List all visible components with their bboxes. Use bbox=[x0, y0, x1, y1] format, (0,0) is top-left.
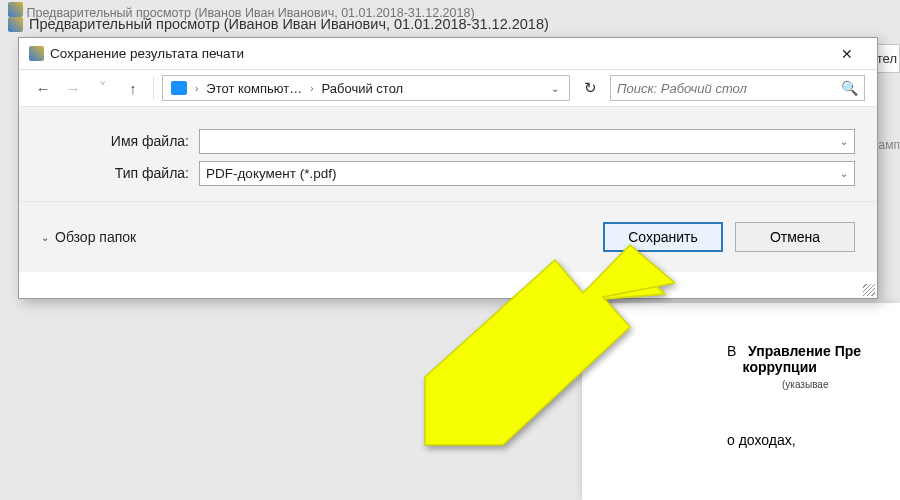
save-label: Сохранить bbox=[628, 229, 698, 245]
dialog-title: Сохранение результата печати bbox=[50, 46, 244, 61]
chevron-right-icon: › bbox=[193, 83, 200, 94]
path-seg-computer[interactable]: Этот компьют… bbox=[202, 79, 306, 98]
bg-window-title-2: Предварительный просмотр (Иванов Иван Ив… bbox=[8, 16, 549, 32]
doc-note: (указывае bbox=[782, 379, 900, 390]
back-button[interactable]: ← bbox=[31, 76, 55, 100]
filename-label: Имя файла: bbox=[41, 133, 189, 149]
document-preview: В Управление Пре коррупции (указывае о д… bbox=[582, 303, 900, 500]
arrow-right-icon: → bbox=[66, 80, 81, 97]
filetype-value: PDF-документ (*.pdf) bbox=[206, 166, 336, 181]
refresh-icon: ↻ bbox=[584, 79, 597, 97]
path-dropdown[interactable]: ⌄ bbox=[545, 83, 565, 94]
chevron-down-icon: ⌄ bbox=[41, 232, 49, 243]
chevron-right-icon: › bbox=[308, 83, 315, 94]
bg-title2-text: Предварительный просмотр (Иванов Иван Ив… bbox=[29, 16, 549, 32]
separator bbox=[153, 77, 154, 99]
doc-heading1: Управление Пре bbox=[748, 343, 861, 359]
app-icon bbox=[29, 46, 44, 61]
doc-prefix: В bbox=[727, 343, 736, 359]
close-button[interactable]: ✕ bbox=[827, 40, 867, 68]
dialog-footer: ⌄ Обзор папок Сохранить Отмена bbox=[19, 202, 877, 272]
chevron-down-icon[interactable]: ⌄ bbox=[840, 168, 848, 179]
app-icon bbox=[8, 2, 23, 17]
close-icon: ✕ bbox=[841, 46, 853, 62]
dialog-titlebar[interactable]: Сохранение результата печати ✕ bbox=[19, 38, 877, 70]
search-input[interactable] bbox=[617, 81, 841, 96]
filetype-select[interactable]: PDF-документ (*.pdf) ⌄ bbox=[199, 161, 855, 186]
search-icon: 🔍 bbox=[841, 80, 858, 96]
doc-sub: о доходах, bbox=[727, 432, 900, 448]
chevron-down-icon: ˅ bbox=[99, 79, 107, 97]
cancel-label: Отмена bbox=[770, 229, 820, 245]
forward-button[interactable]: → bbox=[61, 76, 85, 100]
refresh-button[interactable]: ↻ bbox=[576, 75, 604, 101]
recent-button[interactable]: ˅ bbox=[91, 76, 115, 100]
save-dialog: Сохранение результата печати ✕ ← → ˅ ↑ ›… bbox=[18, 37, 878, 299]
pc-icon bbox=[171, 81, 187, 95]
chevron-down-icon: ⌄ bbox=[551, 83, 559, 94]
arrow-up-icon: ↑ bbox=[129, 80, 137, 97]
up-button[interactable]: ↑ bbox=[121, 76, 145, 100]
fields-area: Имя файла: ⌄ Тип файла: PDF-документ (*.… bbox=[19, 106, 877, 202]
search-box[interactable]: 🔍 bbox=[610, 75, 865, 101]
arrow-left-icon: ← bbox=[36, 80, 51, 97]
path-seg-desktop[interactable]: Рабочий стол bbox=[318, 79, 408, 98]
chevron-down-icon[interactable]: ⌄ bbox=[840, 136, 848, 147]
filetype-label: Тип файла: bbox=[41, 165, 189, 181]
filename-input[interactable]: ⌄ bbox=[199, 129, 855, 154]
nav-row: ← → ˅ ↑ › Этот компьют… › Рабочий стол ⌄… bbox=[19, 70, 877, 106]
browse-folders-label: Обзор папок bbox=[55, 229, 136, 245]
app-icon bbox=[8, 17, 23, 32]
cancel-button[interactable]: Отмена bbox=[735, 222, 855, 252]
path-bar[interactable]: › Этот компьют… › Рабочий стол ⌄ bbox=[162, 75, 570, 101]
save-button[interactable]: Сохранить bbox=[603, 222, 723, 252]
resize-grip[interactable] bbox=[863, 284, 875, 296]
doc-heading2: коррупции bbox=[743, 359, 817, 375]
browse-folders-toggle[interactable]: ⌄ Обзор папок bbox=[41, 229, 136, 245]
